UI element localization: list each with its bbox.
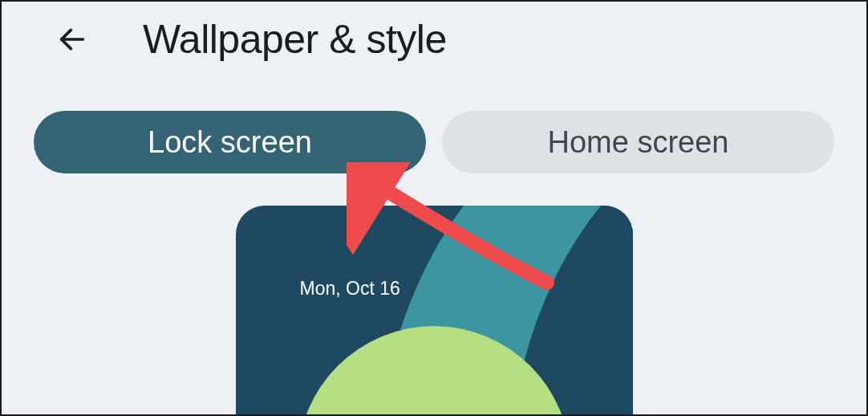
page-title: Wallpaper & style — [143, 16, 447, 63]
tab-home-screen-label: Home screen — [548, 125, 729, 160]
tab-lock-screen-label: Lock screen — [148, 125, 312, 160]
tab-home-screen[interactable]: Home screen — [442, 111, 834, 173]
arrow-back-icon — [56, 23, 88, 55]
preview-container: Mon, Oct 16 — [2, 206, 866, 414]
lock-screen-date: Mon, Oct 16 — [300, 278, 400, 300]
header: Wallpaper & style — [2, 2, 866, 71]
lock-screen-preview[interactable]: Mon, Oct 16 — [236, 206, 633, 414]
back-button[interactable] — [50, 17, 95, 62]
tabs-container: Lock screen Home screen — [2, 71, 866, 198]
tab-lock-screen[interactable]: Lock screen — [34, 111, 426, 173]
